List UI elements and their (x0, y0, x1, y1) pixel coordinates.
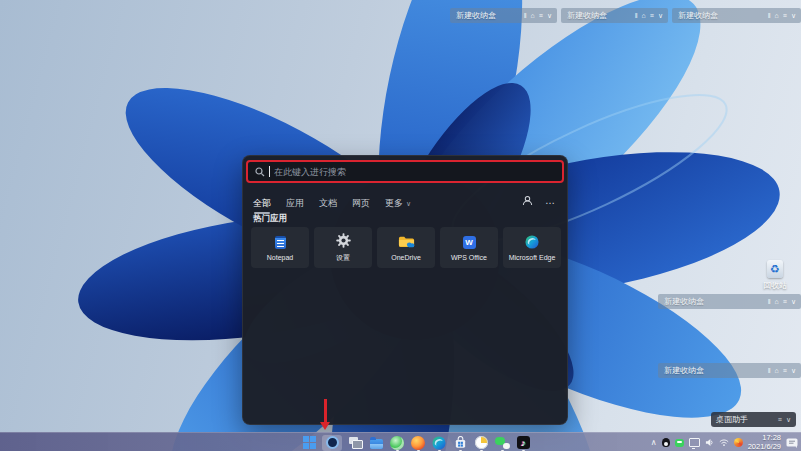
douyin-button[interactable]: ♪ (515, 435, 531, 451)
sort-icon[interactable]: ‖ (768, 367, 771, 374)
desktop-assistant-bar[interactable]: 桌面助手 ≡ ∨ (711, 412, 796, 427)
section-title: 热门应用 (253, 213, 287, 225)
settings-gear-icon (336, 233, 351, 249)
wechat-tray-icon[interactable] (675, 439, 684, 447)
display-tray-icon[interactable] (689, 438, 700, 447)
edge-icon (525, 234, 539, 250)
organizer-box-label: 新建收纳盒 (672, 10, 768, 21)
sort-icon[interactable]: ‖ (768, 12, 771, 19)
app-tile-settings[interactable]: 设置 (314, 227, 372, 268)
chevron-down-icon[interactable]: ∨ (786, 416, 791, 424)
chevron-down-icon[interactable]: ∨ (791, 298, 796, 305)
search-filter-tabs: 全部 应用 文档 网页 更多 ∨ (253, 197, 411, 210)
qq-tray-icon[interactable] (662, 438, 670, 447)
organizer-box-header[interactable]: 新建收纳盒 ‖ ⌂ ≡ ∨ (672, 8, 801, 23)
organizer-box-label: 新建收纳盒 (561, 10, 635, 21)
music-note-icon: ♪ (517, 436, 530, 449)
desktop: 新建收纳盒 ‖ ⌂ ≡ ∨ 新建收纳盒 ‖ ⌂ ≡ ∨ 新建收纳盒 ‖ ⌂ ≡ … (0, 0, 801, 451)
top-apps-grid: Notepad (251, 227, 561, 268)
menu-icon[interactable]: ≡ (650, 12, 654, 19)
pin-icon[interactable]: ⌂ (775, 367, 779, 374)
windows-logo-icon (303, 436, 316, 449)
sort-icon[interactable]: ‖ (768, 298, 771, 305)
file-explorer-button[interactable] (368, 435, 384, 451)
organizer-box-header[interactable]: 新建收纳盒 ‖ ⌂ ≡ ∨ (658, 363, 801, 378)
menu-icon[interactable]: ≡ (783, 298, 787, 305)
organizer-box-label: 新建收纳盒 (658, 296, 768, 307)
folder-icon (370, 439, 383, 449)
notification-icon[interactable] (786, 438, 798, 448)
browser-360-button[interactable] (389, 435, 405, 451)
text-caret (269, 166, 270, 177)
recycle-bin-label: 回收站 (749, 280, 801, 291)
chevron-down-icon[interactable]: ∨ (547, 12, 552, 19)
organizer-box-header[interactable]: 新建收纳盒 ‖ ⌂ ≡ ∨ (450, 8, 557, 23)
recycle-bin[interactable]: ♻ 回收站 (749, 260, 801, 291)
app-tile-onedrive[interactable]: OneDrive (377, 227, 435, 268)
app-tile-notepad[interactable]: Notepad (251, 227, 309, 268)
account-icon[interactable] (522, 195, 533, 206)
search-flyout: 全部 应用 文档 网页 更多 ∨ … 热门应用 (242, 155, 568, 425)
onedrive-icon (398, 234, 415, 250)
pin-icon[interactable]: ⌂ (775, 12, 779, 19)
tray-chevron-up-icon[interactable]: ∧ (651, 439, 657, 447)
annotation-arrow (320, 399, 332, 430)
menu-icon[interactable]: ≡ (539, 12, 543, 19)
task-view-button[interactable] (347, 435, 363, 451)
tab-documents[interactable]: 文档 (319, 197, 337, 210)
organizer-box-label: 新建收纳盒 (658, 365, 768, 376)
wifi-icon[interactable] (719, 438, 729, 447)
menu-icon[interactable]: ≡ (783, 12, 787, 19)
organizer-box-header[interactable]: 新建收纳盒 ‖ ⌂ ≡ ∨ (561, 8, 668, 23)
green-browser-icon (390, 436, 404, 450)
pie-app-button[interactable] (473, 435, 489, 451)
sort-icon[interactable]: ‖ (635, 12, 638, 19)
firefox-icon (411, 436, 425, 450)
recycle-bin-icon[interactable]: ♻ (767, 260, 783, 278)
tab-all[interactable]: 全部 (253, 197, 271, 210)
pin-icon[interactable]: ⌂ (531, 12, 535, 19)
tab-web[interactable]: 网页 (352, 197, 370, 210)
app-tile-edge[interactable]: Microsoft Edge (503, 227, 561, 268)
security-360-tray-icon[interactable] (734, 438, 743, 447)
organizer-box-header[interactable]: 新建收纳盒 ‖ ⌂ ≡ ∨ (658, 294, 801, 309)
tab-more[interactable]: 更多 ∨ (385, 197, 411, 210)
taskbar: ♪ ∧ 17:28 2021/6/29 (0, 432, 801, 451)
pie-icon (475, 436, 488, 449)
more-options-icon[interactable]: … (545, 196, 555, 206)
sort-icon[interactable]: ‖ (524, 12, 527, 19)
chevron-down-icon[interactable]: ∨ (791, 12, 796, 19)
tab-apps[interactable]: 应用 (286, 197, 304, 210)
pin-icon[interactable]: ⌂ (775, 298, 779, 305)
chat-bubbles-icon (495, 437, 510, 449)
notepad-icon (275, 234, 286, 250)
chevron-down-icon[interactable]: ∨ (658, 12, 663, 19)
wps-office-icon: W (463, 234, 476, 250)
store-bag-icon (454, 436, 467, 449)
clock-date: 2021/6/29 (748, 443, 781, 451)
messenger-button[interactable] (494, 435, 510, 451)
chevron-down-icon[interactable]: ∨ (791, 367, 796, 374)
desktop-assistant-label: 桌面助手 (711, 414, 778, 425)
search-orb-icon (326, 436, 339, 449)
menu-icon[interactable]: ≡ (778, 416, 782, 424)
microsoft-store-button[interactable] (452, 435, 468, 451)
search-box-annotated[interactable] (246, 160, 564, 183)
app-tile-wps[interactable]: W WPS Office (440, 227, 498, 268)
menu-icon[interactable]: ≡ (783, 367, 787, 374)
volume-icon[interactable] (705, 438, 714, 447)
chevron-down-icon: ∨ (406, 200, 411, 208)
search-button-active[interactable] (322, 435, 342, 451)
search-input[interactable] (274, 167, 555, 177)
organizer-box-label: 新建收纳盒 (450, 10, 524, 21)
edge-icon (432, 436, 446, 450)
search-icon (255, 167, 265, 177)
firefox-button[interactable] (410, 435, 426, 451)
task-view-icon (348, 436, 362, 449)
edge-button[interactable] (431, 435, 447, 451)
pin-icon[interactable]: ⌂ (642, 12, 646, 19)
clock[interactable]: 17:28 2021/6/29 (748, 434, 781, 451)
start-button[interactable] (301, 435, 317, 451)
